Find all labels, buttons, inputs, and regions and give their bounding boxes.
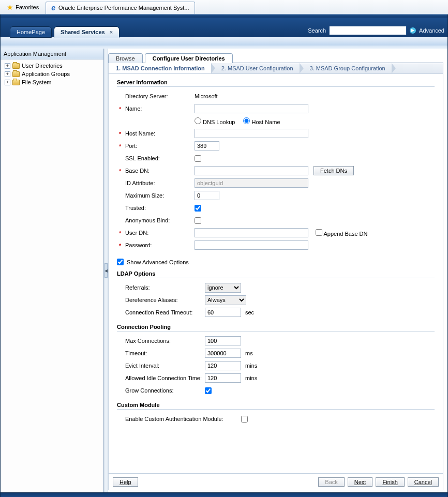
grow-connections-label: Grow Connections:: [117, 387, 205, 394]
tab-configure-user-directories[interactable]: Configure User Directories: [145, 53, 233, 63]
append-base-dn-checkbox[interactable]: Append Base DN: [316, 229, 367, 237]
grow-connections-checkbox[interactable]: [205, 387, 212, 394]
folder-icon: [12, 80, 20, 85]
base-dn-input[interactable]: [195, 166, 308, 175]
splitter[interactable]: ◀: [104, 49, 108, 492]
tab-homepage[interactable]: HomePage: [10, 26, 52, 38]
id-attribute-label: ID Attribute:: [117, 180, 195, 186]
section-connection-pooling: Connection Pooling: [117, 324, 435, 332]
tree-item-user-directories[interactable]: + User Directories: [4, 62, 100, 70]
browser-top-bar: ★ Favorites e Oracle Enterprise Performa…: [0, 0, 448, 14]
wizard-step-1[interactable]: 1. MSAD Connection Information: [109, 63, 211, 73]
expand-icon[interactable]: +: [5, 63, 10, 69]
section-custom-module: Custom Module: [117, 402, 435, 410]
directory-server-value: Microsoft: [195, 93, 218, 99]
browser-tab-title: Oracle Enterprise Performance Management…: [58, 5, 189, 11]
base-dn-label: Base DN:: [117, 168, 195, 174]
help-button[interactable]: Help: [113, 477, 138, 487]
tree-item-file-system[interactable]: + File System: [4, 78, 100, 86]
sidebar-title: Application Management: [1, 49, 103, 59]
show-advanced-checkbox[interactable]: [117, 259, 124, 265]
conn-read-timeout-input[interactable]: [205, 308, 241, 317]
section-ldap-options: LDAP Options: [117, 270, 435, 278]
advanced-link[interactable]: Advanced: [419, 27, 444, 34]
workspace-tabs: HomePage Shared Services × Search Advanc…: [10, 23, 444, 37]
search-input[interactable]: [329, 26, 407, 35]
tab-close-icon[interactable]: ×: [110, 29, 113, 35]
name-label: Name:: [117, 106, 195, 112]
idle-time-input[interactable]: [205, 373, 241, 383]
unit-mins: mins: [245, 375, 257, 381]
max-connections-input[interactable]: [205, 336, 241, 345]
directory-server-label: Directory Server:: [117, 93, 195, 99]
content: Browse Configure User Directories 1. MSA…: [108, 49, 447, 492]
expand-icon[interactable]: +: [5, 80, 10, 85]
tree-item-application-groups[interactable]: + Application Groups: [4, 70, 100, 78]
maximum-size-input[interactable]: [195, 191, 219, 200]
unit-ms: ms: [245, 350, 253, 356]
chevron-right-icon: [392, 63, 396, 73]
anonymous-bind-checkbox[interactable]: [195, 217, 201, 224]
ssl-enabled-checkbox[interactable]: [195, 155, 201, 162]
wizard-step-2[interactable]: 2. MSAD User Configuration: [214, 63, 300, 73]
name-input[interactable]: [195, 104, 308, 113]
finish-button[interactable]: Finish: [376, 477, 404, 487]
unit-mins: mins: [245, 363, 257, 369]
wizard-trail: 1. MSAD Connection Information 2. MSAD U…: [108, 63, 443, 74]
host-name-label: Host Name:: [117, 130, 195, 137]
collapse-icon[interactable]: ◀: [104, 263, 108, 278]
favorites-button[interactable]: ★ Favorites: [3, 2, 42, 13]
sidebar: Application Management + User Directorie…: [1, 49, 104, 492]
next-button[interactable]: Next: [348, 477, 373, 487]
user-dn-input[interactable]: [195, 228, 308, 237]
wizard-step-3[interactable]: 3. MSAD Group Configuration: [303, 63, 392, 73]
folder-icon: [12, 63, 20, 69]
content-tabs: Browse Configure User Directories: [108, 52, 443, 63]
dereference-aliases-select[interactable]: Always: [205, 295, 246, 305]
trusted-label: Trusted:: [117, 205, 195, 211]
enable-custom-auth-checkbox[interactable]: [241, 416, 248, 423]
dns-lookup-radio[interactable]: DNS Lookup: [195, 117, 235, 125]
conn-read-timeout-label: Connection Read Timeout:: [117, 309, 205, 315]
ie-icon: e: [51, 4, 55, 12]
anonymous-bind-label: Anonymous Bind:: [117, 217, 195, 223]
maximum-size-label: Maximum Size:: [117, 192, 195, 199]
evict-interval-input[interactable]: [205, 361, 241, 370]
section-server-information: Server Information: [117, 79, 435, 87]
fetch-dns-button[interactable]: Fetch DNs: [313, 166, 354, 175]
tab-shared-services[interactable]: Shared Services ×: [54, 26, 120, 38]
ssl-enabled-label: SSL Enabled:: [117, 155, 195, 161]
tree-item-label: Application Groups: [22, 71, 70, 77]
unit-sec: sec: [245, 309, 254, 315]
host-name-input[interactable]: [195, 129, 308, 138]
enable-custom-auth-label: Enable Custom Authentication Module:: [117, 416, 241, 422]
show-advanced-label: Show Advanced Options: [127, 259, 189, 265]
trusted-checkbox[interactable]: [195, 205, 201, 212]
tree-item-label: User Directories: [22, 63, 63, 69]
star-icon: ★: [7, 3, 13, 11]
tab-label: Browse: [116, 55, 135, 62]
host-name-radio[interactable]: Host Name: [243, 117, 280, 125]
max-connections-label: Max Connections:: [117, 338, 205, 344]
port-label: Port:: [117, 143, 195, 149]
id-attribute-input: [195, 178, 308, 188]
referrals-select[interactable]: ignore: [205, 283, 241, 293]
favorites-label: Favorites: [16, 4, 39, 10]
tree: + User Directories + Application Groups …: [1, 59, 103, 88]
user-dn-label: User DN:: [117, 230, 195, 236]
back-button: Back: [318, 477, 344, 487]
idle-time-label: Allowed Idle Connection Time:: [117, 375, 205, 381]
go-icon[interactable]: [410, 27, 416, 34]
cancel-button[interactable]: Cancel: [408, 477, 439, 487]
tab-label: Configure User Directories: [153, 55, 225, 62]
browser-tab[interactable]: e Oracle Enterprise Performance Manageme…: [46, 2, 195, 14]
password-input[interactable]: [195, 240, 308, 250]
evict-interval-label: Evict Interval:: [117, 363, 205, 369]
pool-timeout-input[interactable]: [205, 349, 241, 358]
expand-icon[interactable]: +: [5, 71, 10, 77]
pool-timeout-label: Timeout:: [117, 350, 205, 356]
tab-browse[interactable]: Browse: [108, 53, 143, 63]
port-input[interactable]: [195, 141, 219, 150]
tree-item-label: File System: [22, 79, 51, 85]
form-panel: Server Information Directory Server: Mic…: [108, 74, 443, 474]
